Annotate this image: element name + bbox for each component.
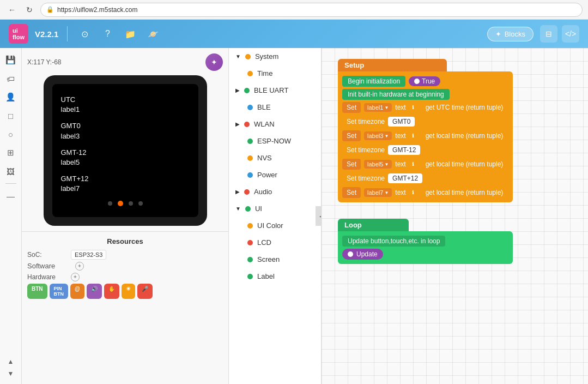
audio-arrow: ▶ [235,189,240,195]
palette-item-power[interactable]: Power [229,166,321,183]
coord-bar: X:117 Y:-68 ✦ [27,53,223,71]
update-toggle-row: Update [342,249,508,260]
set-block-7: Set [342,187,361,198]
audio-dot [244,189,250,195]
app-header: uiflow V2.2.1 ⊙ ? 📁 🪐 ✦ Blocks ⊟ </> [0,20,588,48]
logo-text: uiflow [13,27,25,40]
palette-item-screen[interactable]: Screen [229,251,321,268]
hw-chip-touch[interactable]: ✋ [104,284,119,299]
system-arrow: ▼ [235,53,241,59]
refresh-button[interactable]: ↻ [23,3,36,16]
software-add-button[interactable]: + [75,262,84,271]
hw-chip-speaker[interactable]: 🔊 [87,284,102,299]
dot-2-active [118,201,123,206]
blocks-button[interactable]: ✦ Blocks [487,27,534,41]
palette-item-nvs[interactable]: NVS [229,149,321,166]
init-hw-block: Init built-in hardware at beginning [342,89,450,100]
help-icon-btn[interactable]: ? [99,26,116,42]
left-toolbar: 💾 🏷 👤 □ ○ ⊞ 🖼 — ▲ ▼ [0,48,22,384]
main-canvas[interactable]: Setup Begin initialization True Init bui… [322,48,588,384]
toolbar-person-icon[interactable]: 👤 [3,89,19,105]
device-label-gmt-12: GMT-12 [61,148,190,158]
time-label: Time [257,69,272,77]
device-screen[interactable]: UTC label1 GMT0 label3 GMT-12 label5 GMT… [44,75,207,226]
toolbar-tag-icon[interactable]: 🏷 [3,71,19,86]
ble-label: BLE [257,103,271,111]
true-toggle[interactable]: True [409,76,440,86]
label3-pill[interactable]: label3 ▼ [364,131,392,140]
device-label-gmt12: GMT+12 [61,174,190,184]
toolbar-minus-icon[interactable]: — [3,188,19,203]
device-display: UTC label1 GMT0 label3 GMT-12 label5 GMT… [52,84,198,217]
audio-label: Audio [254,188,272,196]
palette-item-system[interactable]: ▼ System [229,48,321,65]
label1-pill[interactable]: label1 ▼ [364,103,392,112]
toolbar-widget-icon[interactable]: ⊞ [3,145,19,160]
device-label-pair-3: GMT+12 label7 [61,174,190,194]
blocks-label: Blocks [505,30,525,38]
blocks-palette: ◀ ▼ System Time ▶ BLE UART BLE ▶ WLAN [229,48,322,384]
esp-now-label: ESP-NOW [257,137,291,145]
setup-body: Begin initialization True Init built-in … [338,71,513,202]
loop-header: Loop [338,219,409,231]
update-toggle-block[interactable]: Update [342,249,383,260]
set-block-5: Set [342,159,361,170]
palette-item-ble-uart[interactable]: ▶ BLE UART [229,82,321,99]
palette-item-wlan[interactable]: ▶ WLAN [229,116,321,133]
toolbar-image-icon[interactable]: 🖼 [3,164,19,179]
palette-item-audio[interactable]: ▶ Audio [229,183,321,200]
code-view-button[interactable]: </> [562,25,579,43]
palette-item-ui-color[interactable]: UI Color [229,217,321,234]
screen-dot [247,257,253,262]
soc-value: ESP32-S3 [71,250,106,260]
toolbar-save-icon[interactable]: 💾 [3,52,19,68]
ble-uart-dot [244,88,250,93]
label5-pill[interactable]: label5 ▼ [364,160,392,169]
hardware-add-button[interactable]: + [71,273,80,281]
palette-item-lcd[interactable]: LCD [229,234,321,251]
palette-item-ui[interactable]: ▼ UI [229,200,321,217]
device-label-label3: label3 [61,131,190,141]
home-icon-btn[interactable]: ⊙ [76,26,93,42]
toolbar-down-arrow[interactable]: ▼ [3,368,19,380]
label7-pill[interactable]: label7 ▼ [364,188,392,197]
folder-icon-btn[interactable]: 📁 [122,26,138,42]
palette-item-ble[interactable]: BLE [229,99,321,116]
timezone-value-gmt0[interactable]: GMT0 [388,117,415,127]
dot-4 [138,201,143,206]
star-button[interactable]: ✦ [205,53,223,71]
url-bar[interactable]: 🔒 https://uiflow2.m5stack.com [40,3,583,17]
info-icon-3: ℹ [409,132,417,140]
url-text: https://uiflow2.m5stack.com [57,6,137,14]
toolbar-up-arrow[interactable]: ▲ [3,356,19,368]
palette-item-label[interactable]: Label [229,268,321,285]
planet-icon-btn[interactable]: 🪐 [145,26,161,42]
hw-chip-light[interactable]: ☀ [122,284,135,299]
hw-chip-at[interactable]: @ [70,284,84,299]
toolbar-circle-icon[interactable]: ○ [3,127,19,142]
get-utc-block: get UTC time (return tuple) [420,102,509,113]
hw-chip-mic[interactable]: 🎤 [137,284,153,299]
update-loop-block: Update button,touch,etc. in loop [342,236,445,247]
set-label7-row: Set label7 ▼ text ℹ get local time (retu… [342,187,508,198]
loop-body: Update button,touch,etc. in loop Update [338,231,513,264]
power-label: Power [257,171,277,179]
toolbar-separator [5,183,16,184]
init-hw-row: Init built-in hardware at beginning [342,89,508,100]
left-panel: X:117 Y:-68 ✦ UTC label1 GMT0 label3 GMT… [22,48,229,384]
hw-chip-btn[interactable]: BTN [27,284,47,299]
hw-chip-pin-btn[interactable]: PINBTN [50,284,69,299]
timezone-value-gmt-12[interactable]: GMT-12 [388,145,420,155]
back-button[interactable]: ← [5,3,19,16]
toolbar-square-icon[interactable]: □ [3,108,19,123]
setup-block-group: Setup Begin initialization True Init bui… [338,59,513,202]
set-timezone-gmt0-row: Set timezone GMT0 [342,115,508,128]
hardware-row: Hardware + [27,273,223,281]
palette-item-esp-now[interactable]: ESP-NOW [229,133,321,149]
palette-collapse-button[interactable]: ◀ [316,206,322,226]
split-view-button[interactable]: ⊟ [540,25,557,43]
palette-item-time[interactable]: Time [229,65,321,82]
ble-uart-label: BLE UART [254,86,288,94]
timezone-value-gmt12[interactable]: GMT+12 [388,173,422,183]
app-logo: uiflow [9,24,28,44]
